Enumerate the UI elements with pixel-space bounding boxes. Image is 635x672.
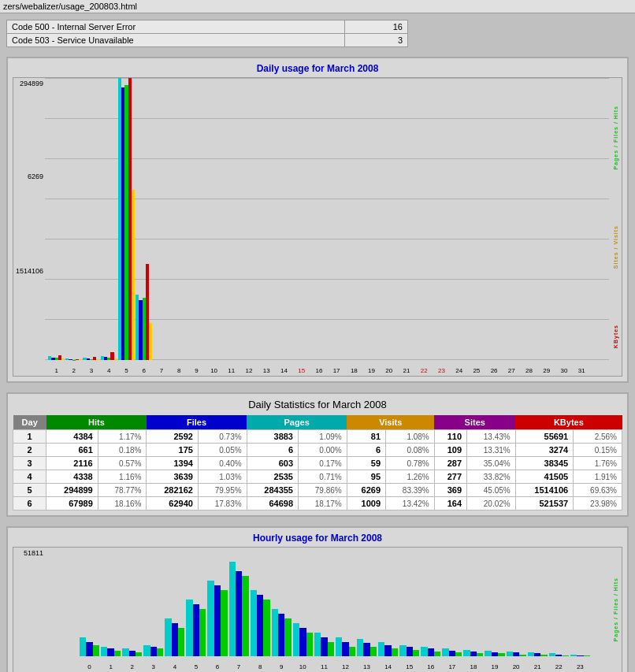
table-cell: 67989 <box>46 497 98 510</box>
hourly-x-label: 1 <box>101 663 121 670</box>
table-cell: 2116 <box>46 457 98 470</box>
hourly-bar-group <box>272 609 292 656</box>
hourly-pages-bar <box>540 655 547 656</box>
x-label: 24 <box>451 367 467 374</box>
hourly-files-bar <box>299 628 306 656</box>
hourly-pages-bar <box>519 655 525 656</box>
table-cell: 95 <box>347 470 385 484</box>
table-row: 529489978.77%28216279.95%28435579.86%626… <box>13 484 622 497</box>
bar-group <box>101 352 117 360</box>
table-row: 26610.18%1750.05%60.00%60.08%10913.31%32… <box>13 444 622 457</box>
table-cell-pct: 13.31% <box>467 444 516 457</box>
hourly-hits-bar <box>101 647 107 656</box>
table-cell-pct: 0.40% <box>198 457 247 470</box>
hourly-pages-bar <box>562 655 568 656</box>
hourly-x-label: 2 <box>122 663 142 670</box>
table-cell-pct: 1.17% <box>98 430 147 444</box>
x-label: 23 <box>433 367 450 374</box>
hourly-bar-group <box>165 618 184 656</box>
stats-title: Daily Statistics for March 2008 <box>13 399 622 410</box>
hourly-bar-group <box>207 581 227 656</box>
hourly-bar-group <box>485 651 504 656</box>
hourly-pages-bar <box>136 652 142 656</box>
x-label: 12 <box>240 367 257 374</box>
hourly-x-label: 6 <box>207 663 227 670</box>
hourly-pages-bar <box>242 576 248 656</box>
hourly-bar-group <box>122 648 142 656</box>
hourly-bars-area <box>76 548 593 656</box>
visits-bar <box>61 358 65 360</box>
hourly-pages-bar <box>455 652 462 656</box>
day-header: Day <box>13 415 46 430</box>
table-cell-pct: 0.18% <box>98 444 147 457</box>
hourly-hits-bar <box>122 648 128 656</box>
hourly-right-axis: Pages / Files / Hits <box>609 548 622 672</box>
hourly-x-labels: 01234567891011121314151617181920212223 <box>76 663 593 670</box>
visits-bar <box>149 323 152 360</box>
table-cell: 3 <box>13 457 46 470</box>
hourly-hits-bar <box>507 652 513 656</box>
table-cell-pct: 18.16% <box>98 497 147 510</box>
bar-group <box>118 78 135 360</box>
table-cell: 62940 <box>147 497 198 510</box>
hourly-x-label: 8 <box>251 663 270 670</box>
hourly-pages-bar <box>328 642 334 656</box>
x-label: 27 <box>503 367 520 374</box>
table-cell: 521537 <box>515 497 573 510</box>
table-cell: 284355 <box>247 484 298 497</box>
table-cell: 59 <box>347 457 385 470</box>
table-cell-pct: 1.08% <box>386 430 435 444</box>
hits-header: Hits <box>46 415 147 430</box>
hourly-bar-group <box>293 623 313 656</box>
hourly-x-label: 23 <box>570 663 590 670</box>
hourly-x-label: 3 <box>143 663 163 670</box>
hourly-bar-group <box>80 637 99 656</box>
hourly-x-label: 13 <box>357 663 377 670</box>
table-cell: 2 <box>13 444 46 457</box>
hourly-hits-bar <box>251 590 257 656</box>
hourly-files-bar <box>513 652 519 656</box>
table-cell-pct: 1.03% <box>198 470 247 484</box>
error-codes-table: Code 500 - Internal Server Error 16 Code… <box>6 20 408 47</box>
x-labels: 1234567891011121314151617181920212223242… <box>45 367 593 374</box>
table-cell: 3274 <box>515 444 573 457</box>
x-label: 11 <box>223 367 240 374</box>
hourly-files-bar <box>214 585 221 656</box>
hourly-bar-group <box>463 650 483 656</box>
hourly-files-bar <box>107 648 113 656</box>
table-row: Code 503 - Service Unavailable 3 <box>7 34 408 47</box>
hourly-chart-title: Hourly usage for March 2008 <box>13 533 622 544</box>
table-cell-pct: 33.82% <box>467 470 516 484</box>
hourly-files-bar <box>428 648 434 656</box>
table-header-row: Day Hits Files Pages Visits Sites KBytes <box>13 415 622 430</box>
x-label: 29 <box>538 367 555 374</box>
x-label: 13 <box>258 367 275 374</box>
table-row: 443381.16%36391.03%25350.71%951.26%27733… <box>13 470 622 484</box>
table-cell-pct: 18.17% <box>299 497 347 510</box>
table-row: 143841.17%25920.73%38831.09%811.08%11013… <box>13 430 622 444</box>
table-cell-pct: 0.73% <box>198 430 247 444</box>
hourly-pages-bar <box>477 653 483 656</box>
table-cell-pct: 2.56% <box>574 430 622 444</box>
hourly-files-bar <box>193 604 199 656</box>
hourly-bar-group <box>399 645 419 656</box>
kbytes-header: KBytes <box>515 415 622 430</box>
hourly-files-bar <box>492 652 498 656</box>
x-label: 15 <box>293 367 310 374</box>
table-cell-pct: 0.05% <box>198 444 247 457</box>
table-cell-pct: 69.63% <box>574 484 622 497</box>
x-label: 6 <box>136 367 152 374</box>
hourly-files-bar <box>150 647 157 656</box>
table-cell-pct: 1.09% <box>299 430 347 444</box>
hourly-pages-bar <box>370 647 377 656</box>
hourly-bar-group <box>507 652 526 656</box>
table-cell-pct: 45.05% <box>467 484 516 497</box>
hourly-bar-group <box>143 645 163 656</box>
hourly-hits-bar <box>421 647 427 656</box>
hourly-bar-group <box>336 637 355 656</box>
table-cell-pct: 83.39% <box>386 484 435 497</box>
table-cell: 64698 <box>247 497 298 510</box>
table-cell-pct: 0.71% <box>299 470 347 484</box>
y-label-kbytes: 1514106 <box>16 267 43 275</box>
hourly-chart-container: Hourly usage for March 2008 51811 012345… <box>6 526 629 672</box>
